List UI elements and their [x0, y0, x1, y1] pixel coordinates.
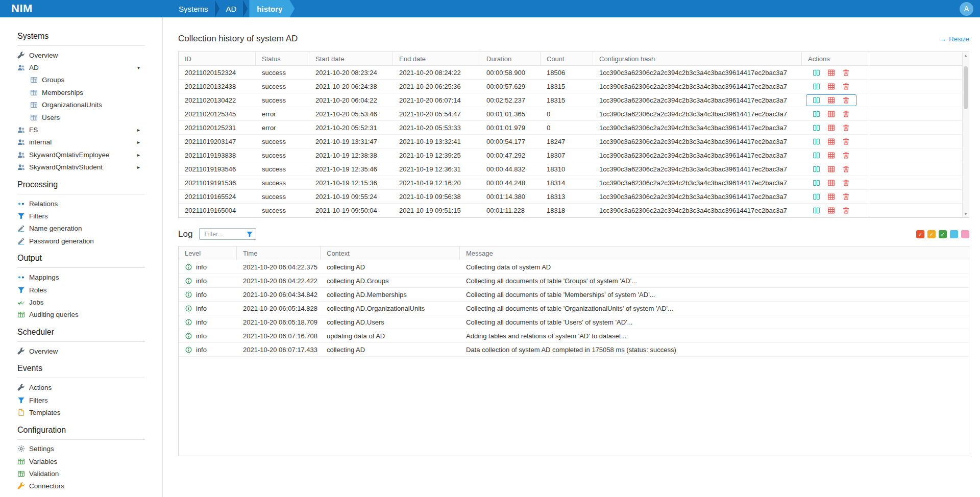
- sidebar-item-overview[interactable]: Overview: [17, 49, 145, 61]
- sidebar-item-organizationalunits[interactable]: OrganizationalUnits: [17, 99, 145, 111]
- history-action-columns-button[interactable]: [813, 138, 820, 145]
- history-action-columns-button[interactable]: [813, 96, 820, 104]
- sidebar-item-validation[interactable]: Validation: [17, 467, 145, 480]
- sidebar-item-actions[interactable]: Actions: [17, 381, 145, 393]
- history-action-columns-button[interactable]: [813, 124, 820, 132]
- history-col-actions[interactable]: Actions: [802, 52, 869, 65]
- history-action-grid-button[interactable]: [827, 179, 835, 187]
- history-action-trash-button[interactable]: [842, 110, 850, 118]
- sidebar-item-overview[interactable]: Overview: [17, 345, 145, 357]
- history-col-status[interactable]: Status: [256, 52, 309, 65]
- sidebar-item-internal[interactable]: internal▸: [17, 136, 145, 148]
- history-action-grid-button[interactable]: [827, 124, 835, 132]
- history-row[interactable]: 20211020125345error2021-10-20 05:53:4620…: [179, 107, 969, 121]
- history-col-end-date[interactable]: End date: [393, 52, 480, 65]
- sidebar-item-skywardqmlativstudent[interactable]: SkywardQmlativStudent▸: [17, 161, 145, 173]
- log-col-level[interactable]: Level: [179, 246, 237, 260]
- history-action-columns-button[interactable]: [813, 110, 820, 118]
- history-action-columns-button[interactable]: [813, 69, 820, 77]
- history-action-grid-button[interactable]: [827, 152, 835, 159]
- history-action-trash-button[interactable]: [842, 165, 850, 173]
- history-action-columns-button[interactable]: [813, 207, 820, 214]
- history-action-grid-button[interactable]: [827, 83, 835, 90]
- log-col-context[interactable]: Context: [321, 246, 460, 260]
- history-action-trash-button[interactable]: [842, 69, 850, 77]
- history-row[interactable]: 20211020130422success2021-10-20 06:04:22…: [179, 93, 969, 107]
- history-col-configuration-hash[interactable]: Configuration hash: [593, 52, 802, 65]
- sidebar-item-variables[interactable]: Variables: [17, 455, 145, 467]
- history-action-columns-button[interactable]: [813, 83, 820, 90]
- sidebar-item-settings[interactable]: Settings: [17, 443, 145, 455]
- history-row[interactable]: 20211019203147success2021-10-19 13:31:47…: [179, 135, 969, 148]
- history-action-trash-button[interactable]: [842, 207, 850, 214]
- history-action-trash-button[interactable]: [842, 179, 850, 187]
- breadcrumb-history[interactable]: history: [249, 0, 295, 17]
- sidebar-item-groups[interactable]: Groups: [17, 74, 145, 86]
- history-action-grid-button[interactable]: [827, 110, 835, 118]
- sidebar-item-ad[interactable]: AD▾: [17, 61, 145, 73]
- history-action-columns-button[interactable]: [813, 193, 820, 201]
- history-row[interactable]: 20211019165004success2021-10-19 09:50:04…: [179, 204, 969, 217]
- history-action-grid-button[interactable]: [827, 96, 835, 104]
- history-row[interactable]: 20211020132438success2021-10-20 06:24:38…: [179, 80, 969, 93]
- history-action-grid-button[interactable]: [827, 193, 835, 201]
- breadcrumb-ad[interactable]: AD: [219, 0, 243, 17]
- history-row[interactable]: 20211019165524success2021-10-19 09:55:24…: [179, 190, 969, 204]
- history-action-columns-button[interactable]: [813, 152, 820, 159]
- history-action-grid-button[interactable]: [827, 138, 835, 145]
- log-toggle-orange[interactable]: ✓: [927, 230, 936, 238]
- history-scrollbar[interactable]: ▲ ▼: [962, 52, 969, 217]
- avatar[interactable]: A: [960, 2, 973, 16]
- history-action-grid-button[interactable]: [827, 165, 835, 173]
- history-row[interactable]: 20211020152324success2021-10-20 08:23:24…: [179, 66, 969, 80]
- history-row[interactable]: 20211019193546success2021-10-19 12:35:46…: [179, 162, 969, 176]
- scroll-down-button[interactable]: ▼: [963, 211, 969, 217]
- sidebar-item-filters[interactable]: Filters: [17, 394, 145, 406]
- history-action-trash-button[interactable]: [842, 83, 850, 90]
- history-action-trash-button[interactable]: [842, 152, 850, 159]
- history-col-id[interactable]: ID: [179, 52, 256, 65]
- history-row[interactable]: 20211019191536success2021-10-19 12:15:36…: [179, 176, 969, 190]
- filter-funnel-icon[interactable]: [246, 231, 253, 238]
- sidebar-item-auditing-queries[interactable]: Auditing queries: [17, 309, 145, 321]
- scrollbar-thumb[interactable]: [964, 66, 968, 109]
- sidebar-item-relations[interactable]: Relations: [17, 197, 145, 210]
- history-action-trash-button[interactable]: [842, 96, 850, 104]
- sidebar-item-roles[interactable]: Roles: [17, 284, 145, 296]
- history-row[interactable]: 20211020125231error2021-10-20 05:52:3120…: [179, 121, 969, 135]
- sidebar-item-jobs[interactable]: Jobs: [17, 296, 145, 308]
- log-filter-input[interactable]: [203, 230, 244, 238]
- scroll-up-button[interactable]: ▲: [963, 52, 969, 59]
- sidebar-item-templates[interactable]: Templates: [17, 406, 145, 418]
- log-col-time[interactable]: Time: [237, 246, 321, 260]
- history-col-duration[interactable]: Duration: [480, 52, 541, 65]
- app-logo[interactable]: NIM: [0, 0, 163, 17]
- sidebar-item-filters[interactable]: Filters: [17, 210, 145, 222]
- sidebar-item-skywardqmlativemployee[interactable]: SkywardQmlativEmployee▸: [17, 148, 145, 161]
- sidebar-item-memberships[interactable]: Memberships: [17, 86, 145, 98]
- history-action-columns-button[interactable]: [813, 165, 820, 173]
- history-action-trash-button[interactable]: [842, 138, 850, 145]
- breadcrumb-systems[interactable]: Systems: [172, 0, 215, 17]
- resize-button[interactable]: ↔ Resize: [940, 35, 969, 43]
- sidebar-item-users[interactable]: Users: [17, 111, 145, 123]
- log-toggle-green[interactable]: ✓: [939, 230, 947, 238]
- log-toggle-cyan[interactable]: [950, 230, 958, 238]
- history-action-columns-button[interactable]: [813, 179, 820, 187]
- history-col-start-date[interactable]: Start date: [309, 52, 393, 65]
- history-action-grid-button[interactable]: [827, 69, 835, 77]
- sidebar-item-mappings[interactable]: Mappings: [17, 271, 145, 283]
- history-action-trash-button[interactable]: [842, 124, 850, 132]
- log-col-message[interactable]: Message: [460, 246, 969, 260]
- sidebar-item-connectors[interactable]: Connectors: [17, 480, 145, 492]
- cell-message: Collecting all documents of table 'Membe…: [460, 288, 969, 301]
- history-col-count[interactable]: Count: [541, 52, 593, 65]
- sidebar-item-fs[interactable]: FS▸: [17, 123, 145, 136]
- history-row[interactable]: 20211019193838success2021-10-19 12:38:38…: [179, 148, 969, 162]
- sidebar-item-password-generation[interactable]: Password generation: [17, 235, 145, 247]
- sidebar-item-name-generation[interactable]: Name generation: [17, 222, 145, 235]
- log-toggle-pink[interactable]: [961, 230, 969, 238]
- log-toggle-red[interactable]: ✓: [916, 230, 924, 238]
- history-action-grid-button[interactable]: [827, 207, 835, 214]
- history-action-trash-button[interactable]: [842, 193, 850, 201]
